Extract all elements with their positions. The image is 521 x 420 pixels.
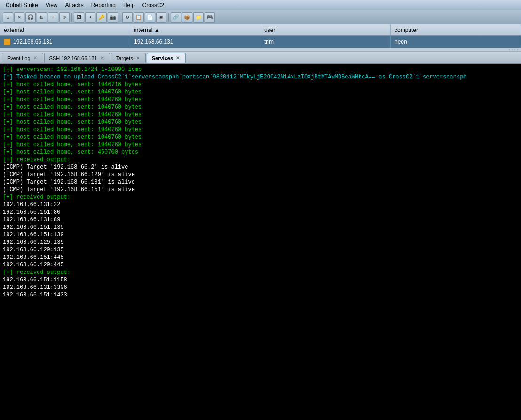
menu-attacks[interactable]: Attacks: [62, 1, 87, 9]
console-line: 192.168.66.151:1433: [3, 291, 518, 299]
cell-internal: 192.168.66.131: [130, 36, 260, 48]
cell-external: 192.168.66.131: [0, 36, 130, 48]
console-line: 192.168.66.129:135: [3, 246, 518, 254]
console-line: [*] Tasked beacon to upload CrossC2`1`se…: [3, 73, 518, 81]
toolbar-separator-3: [168, 13, 169, 22]
tab-event-log[interactable]: Event Log ✕: [2, 53, 43, 63]
toolbar: ⊞ ✕ 🎧 ⊞ ≡ ⊕ 🖼 ⬇ 🔑 📷 ⚙ 📋 📄 ▣ 🔗 📦 📁 🎮: [0, 10, 521, 24]
console-line: [+] host called home, sent: 1040760 byte…: [3, 103, 518, 111]
tab-targets-label: Targets: [116, 55, 133, 61]
console-line: [+] host called home, sent: 1040760 byte…: [3, 118, 518, 126]
tab-event-log-close[interactable]: ✕: [32, 55, 38, 61]
cell-user: trim: [260, 36, 391, 48]
toolbar-image[interactable]: 🖼: [74, 12, 84, 23]
console-line: 192.168.66.151:1158: [3, 276, 518, 284]
toolbar-close[interactable]: ✕: [14, 12, 24, 23]
toolbar-folder[interactable]: 📁: [193, 12, 204, 23]
menu-help[interactable]: Help: [119, 1, 139, 9]
toolbar-gamepad[interactable]: 🎮: [205, 12, 215, 23]
toolbar-square[interactable]: ▣: [156, 12, 166, 23]
col-header-computer[interactable]: computer: [391, 24, 521, 35]
console-line: (ICMP) Target '192.168.66.151' is alive: [3, 186, 518, 194]
tab-services-label: Services: [152, 55, 173, 61]
console-line: [+] serverscan: 192.168.1/24 1-10000 icm…: [3, 66, 518, 73]
console-line: [+] host called home, sent: 1040760 byte…: [3, 88, 518, 96]
console-line: [+] host called home, sent: 1040760 byte…: [3, 96, 518, 103]
menubar: Cobalt Strike View Attacks Reporting Hel…: [0, 0, 521, 10]
tab-ssh-label: SSH 192.168.66.131: [49, 55, 97, 61]
toolbar-file[interactable]: 📄: [145, 12, 155, 23]
toolbar-key[interactable]: 🔑: [96, 12, 107, 23]
console-line: 192.168.66.131:3306: [3, 284, 518, 291]
tab-services[interactable]: Services ✕: [147, 53, 186, 63]
tab-event-log-label: Event Log: [7, 55, 31, 61]
menu-crossc2[interactable]: CrossC2: [139, 1, 168, 9]
console-output: [+] serverscan: 192.168.1/24 1-10000 icm…: [0, 64, 521, 420]
console-line: 192.168.66.129:445: [3, 261, 518, 269]
console-line: 192.168.66.131:89: [3, 216, 518, 224]
console-line: [+] received output:: [3, 269, 518, 276]
tab-targets[interactable]: Targets ✕: [111, 53, 146, 63]
table-row[interactable]: 192.168.66.131 192.168.66.131 trim neon: [0, 36, 521, 48]
tab-bar: Event Log ✕ SSH 192.168.66.131 ✕ Targets…: [0, 52, 521, 64]
toolbar-separator-2: [120, 13, 120, 22]
console-line: [+] received output:: [3, 156, 518, 163]
tab-services-close[interactable]: ✕: [175, 55, 181, 61]
col-header-user[interactable]: user: [260, 24, 391, 35]
col-header-external[interactable]: external: [0, 24, 130, 35]
console-line: [+] host called home, sent: 1040760 byte…: [3, 111, 518, 118]
toolbar-separator-1: [71, 13, 72, 22]
drag-dots: ····: [508, 47, 519, 53]
toolbar-download[interactable]: ⬇: [85, 12, 95, 23]
menu-cobalt-strike[interactable]: Cobalt Strike: [2, 1, 42, 9]
console-line: (ICMP) Target '192.168.66.131' is alive: [3, 179, 518, 186]
console-line: 192.168.66.151:445: [3, 254, 518, 261]
toolbar-grid[interactable]: ⊞: [37, 12, 47, 23]
console-line: 192.168.66.131:22: [3, 201, 518, 209]
toolbar-target[interactable]: ⊕: [59, 12, 70, 23]
console-line: 192.168.66.151:135: [3, 224, 518, 231]
toolbar-screenshot[interactable]: 📷: [108, 12, 118, 23]
console-line: [+] host called home, sent: 1040760 byte…: [3, 141, 518, 148]
console-line: [+] host called home, sent: 1046716 byte…: [3, 81, 518, 88]
toolbar-new[interactable]: ⊞: [3, 12, 13, 23]
tab-ssh[interactable]: SSH 192.168.66.131 ✕: [44, 53, 110, 63]
console-line: (ICMP) Target '192.168.66.129' is alive: [3, 171, 518, 179]
console-line: [+] received output:: [3, 194, 518, 201]
table-header: external internal ▲ user computer: [0, 24, 521, 36]
tab-ssh-close[interactable]: ✕: [99, 55, 105, 61]
console-line: 192.168.66.129:139: [3, 239, 518, 246]
col-header-internal[interactable]: internal ▲: [130, 24, 260, 35]
toolbar-package[interactable]: 📦: [182, 12, 192, 23]
toolbar-headphones[interactable]: 🎧: [25, 12, 36, 23]
console-line: [+] host called home, sent: 1040760 byte…: [3, 126, 518, 133]
console-line: [+] host called home, sent: 1040760 byte…: [3, 133, 518, 141]
tab-targets-close[interactable]: ✕: [135, 55, 141, 61]
console-line: 192.168.66.151:139: [3, 231, 518, 239]
drag-handle[interactable]: ····: [0, 48, 521, 52]
host-icon: [4, 39, 10, 45]
toolbar-list[interactable]: ≡: [48, 12, 58, 23]
toolbar-settings[interactable]: ⚙: [122, 12, 133, 23]
menu-reporting[interactable]: Reporting: [87, 1, 119, 9]
toolbar-clipboard[interactable]: 📋: [134, 12, 144, 23]
console-line: 192.168.66.151:80: [3, 209, 518, 216]
cell-computer: neon: [391, 36, 521, 48]
console-line: (ICMP) Target '192.168.66.2' is alive: [3, 163, 518, 171]
console-line: [+] host called home, sent: 450700 bytes: [3, 148, 518, 156]
toolbar-link[interactable]: 🔗: [171, 12, 181, 23]
menu-view[interactable]: View: [42, 1, 62, 9]
